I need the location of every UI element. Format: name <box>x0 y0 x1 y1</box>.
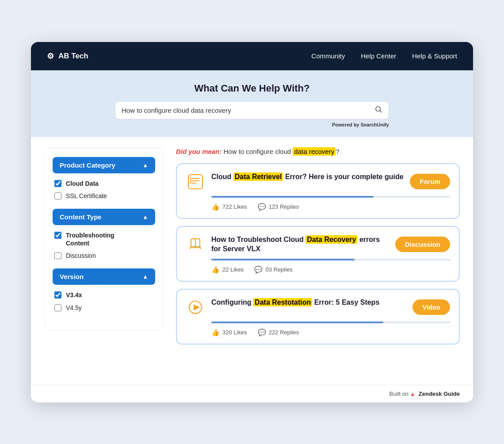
chevron-up-icon: ▲ <box>142 162 148 168</box>
likes-count-1: 722 Likes <box>222 203 247 210</box>
card-badge-2[interactable]: Discussion <box>395 237 450 252</box>
sidebar: Product Category ▲ Cloud Data SSL Certif… <box>44 148 164 330</box>
book-icon <box>186 235 205 254</box>
search-input[interactable] <box>122 107 371 114</box>
nav-help-center[interactable]: Help Center <box>361 52 396 60</box>
label-discussion: Discussion <box>66 252 96 260</box>
list-icon <box>186 172 205 191</box>
did-you-mean-highlight: data recovery <box>293 147 336 156</box>
svg-rect-2 <box>188 175 202 189</box>
brand-name: AB Tech <box>58 52 88 61</box>
filter-item-v45y[interactable]: V4.5y <box>54 304 153 312</box>
filter-header-content-type[interactable]: Content Type ▲ <box>53 209 155 225</box>
filter-label-content-type: Content Type <box>60 213 102 221</box>
filter-item-troubleshooting[interactable]: TroubleshootingContent <box>54 231 153 247</box>
filter-version: Version ▲ V3.4x V4.5y <box>53 268 155 311</box>
brand: ⚙ AB Tech <box>47 51 88 61</box>
card-badge-3[interactable]: Video <box>412 299 450 315</box>
card-replies-3: 💬 222 Replies <box>258 329 299 337</box>
play-icon <box>186 298 205 317</box>
checkbox-troubleshooting[interactable] <box>54 232 61 239</box>
result-card-1[interactable]: Cloud Data Retrievel Error? Here is your… <box>176 163 460 219</box>
nav-help-support[interactable]: Help & Support <box>412 52 457 60</box>
label-troubleshooting: TroubleshootingContent <box>66 231 115 247</box>
hero-title: What Can We Help With? <box>40 83 464 94</box>
card-progress-3 <box>211 322 450 323</box>
thumbs-up-icon-3: 👍 <box>211 329 220 337</box>
card-progress-bar-1 <box>211 196 374 198</box>
checkbox-ssl-cert[interactable] <box>54 192 61 199</box>
footer-built-on: Built on <box>389 390 409 397</box>
footer-platform: Zendesk Guide <box>419 390 460 397</box>
filter-label-version: Version <box>60 273 84 280</box>
did-you-mean-query: How to configure cloud data recovery? <box>224 147 340 156</box>
chevron-up-icon-2: ▲ <box>142 214 148 220</box>
filter-item-cloud-data[interactable]: Cloud Data <box>54 180 153 188</box>
filter-item-v34x[interactable]: V3.4x <box>54 291 153 299</box>
replies-count-2: 03 Replies <box>265 266 292 273</box>
nav-links: Community Help Center Help & Support <box>311 52 457 60</box>
label-cloud-data: Cloud Data <box>66 180 99 188</box>
likes-count-2: 22 Likes <box>222 266 244 273</box>
filter-items-content-type: TroubleshootingContent Discussion <box>53 231 155 260</box>
card-progress-2 <box>211 259 450 260</box>
replies-count-1: 123 Replies <box>269 203 299 210</box>
card-top-2: How to Troubleshoot Cloud Data Recovery … <box>186 235 450 254</box>
card-progress-bar-2 <box>211 259 355 260</box>
powered-brand: SearchUnify <box>361 122 389 127</box>
label-v34x: V3.4x <box>66 291 82 299</box>
label-ssl-cert: SSL Certificate <box>66 192 107 200</box>
card-likes-2: 👍 22 Likes <box>211 266 244 274</box>
filter-content-type: Content Type ▲ TroubleshootingContent Di… <box>53 209 155 260</box>
card-title-1: Cloud Data Retrievel Error? Here is your… <box>211 172 404 182</box>
filter-header-version[interactable]: Version ▲ <box>53 268 155 285</box>
filter-item-discussion[interactable]: Discussion <box>54 252 153 260</box>
filter-item-ssl-cert[interactable]: SSL Certificate <box>54 192 153 200</box>
highlight-3: Data Restotation <box>253 298 312 306</box>
result-card-3[interactable]: Configuring Data Restotation Error: 5 Ea… <box>176 289 460 344</box>
card-badge-1[interactable]: Forum <box>410 174 450 189</box>
filter-product-category: Product Category ▲ Cloud Data SSL Certif… <box>53 157 155 200</box>
card-progress-1 <box>211 196 450 198</box>
gear-icon: ⚙ <box>47 51 54 61</box>
filter-label-product-category: Product Category <box>60 161 115 169</box>
card-likes-3: 👍 320 Likes <box>211 329 247 337</box>
checkbox-v34x[interactable] <box>54 291 61 299</box>
filter-items-version: V3.4x V4.5y <box>53 291 155 311</box>
hero-section: What Can We Help With? Powered by Search… <box>31 70 473 137</box>
highlight-1: Data Retrievel <box>233 172 283 181</box>
checkbox-cloud-data[interactable] <box>54 180 61 187</box>
card-stats-3: 👍 320 Likes 💬 222 Replies <box>186 329 450 337</box>
checkbox-discussion[interactable] <box>54 252 61 259</box>
label-v45y: V4.5y <box>66 304 82 312</box>
search-bar <box>115 101 389 119</box>
card-title-2: How to Troubleshoot Cloud Data Recovery … <box>211 235 389 254</box>
search-button[interactable] <box>374 105 382 115</box>
highlight-2: Data Recovery <box>305 235 357 244</box>
app-window: ⚙ AB Tech Community Help Center Help & S… <box>31 42 473 402</box>
search-icon <box>374 105 382 113</box>
did-you-mean: Did you mean: How to configure cloud dat… <box>176 148 460 155</box>
checkbox-v45y[interactable] <box>54 304 61 311</box>
nav-community[interactable]: Community <box>311 52 345 60</box>
card-title-3: Configuring Data Restotation Error: 5 Ea… <box>211 298 406 307</box>
card-stats-2: 👍 22 Likes 💬 03 Replies <box>186 266 450 274</box>
results-area: Did you mean: How to configure cloud dat… <box>164 148 460 371</box>
svg-marker-12 <box>194 304 200 310</box>
chevron-up-icon-3: ▲ <box>142 273 148 280</box>
svg-rect-7 <box>190 180 191 181</box>
search-bar-wrapper <box>40 101 464 119</box>
filter-header-product-category[interactable]: Product Category ▲ <box>53 157 155 173</box>
result-card-2[interactable]: How to Troubleshoot Cloud Data Recovery … <box>176 226 460 282</box>
svg-line-1 <box>380 111 381 112</box>
likes-count-3: 320 Likes <box>222 329 247 336</box>
main-content: Product Category ▲ Cloud Data SSL Certif… <box>31 137 473 385</box>
card-top-1: Cloud Data Retrievel Error? Here is your… <box>186 172 450 191</box>
navbar: ⚙ AB Tech Community Help Center Help & S… <box>31 42 473 70</box>
replies-count-3: 222 Replies <box>269 329 299 336</box>
filter-items-product-category: Cloud Data SSL Certificate <box>53 180 155 200</box>
svg-rect-8 <box>190 182 191 183</box>
card-stats-1: 👍 722 Likes 💬 123 Replies <box>186 203 450 211</box>
footer: Built on ▲ Zendesk Guide <box>31 385 473 402</box>
reply-icon-2: 💬 <box>254 266 263 274</box>
